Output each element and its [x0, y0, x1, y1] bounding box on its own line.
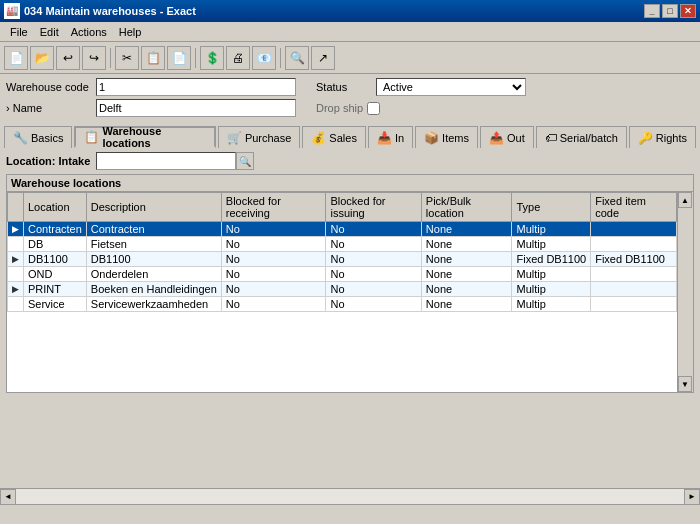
location-label: Location: Intake	[6, 155, 90, 167]
tab-in[interactable]: 📥 In	[368, 126, 413, 148]
toolbar-sep3	[280, 48, 281, 68]
tab-in-label: In	[395, 132, 404, 144]
warehouse-locations-group: Warehouse locations Location Description…	[6, 174, 694, 393]
warehouse-code-row: Warehouse code Status Active Inactive	[6, 78, 694, 96]
tab-basics-label: Basics	[31, 132, 63, 144]
scroll-right-button[interactable]: ►	[684, 489, 700, 505]
tabs-container: 🔧 Basics 📋 Warehouse locations 🛒 Purchas…	[0, 124, 700, 148]
items-icon: 📦	[424, 131, 439, 145]
warehouse-code-label: Warehouse code	[6, 81, 96, 93]
status-select[interactable]: Active Inactive	[376, 78, 526, 96]
col-blocked-issuing[interactable]: Blocked for issuing	[326, 193, 421, 222]
tab-items-label: Items	[442, 132, 469, 144]
toolbar-sep1	[110, 48, 111, 68]
name-label: › Name	[6, 102, 96, 114]
toolbar-search[interactable]: 🔍	[285, 46, 309, 70]
rights-icon: 🔑	[638, 131, 653, 145]
dropship-checkbox[interactable]	[367, 102, 380, 115]
tab-out-label: Out	[507, 132, 525, 144]
menu-help[interactable]: Help	[113, 24, 148, 40]
tab-purchase[interactable]: 🛒 Purchase	[218, 126, 300, 148]
toolbar-email[interactable]: 📧	[252, 46, 276, 70]
tab-locations-label: Warehouse locations	[102, 125, 205, 149]
tab-purchase-label: Purchase	[245, 132, 291, 144]
col-type[interactable]: Type	[512, 193, 591, 222]
dropship-label: Drop ship	[316, 102, 363, 114]
status-bar	[0, 504, 700, 524]
purchase-icon: 🛒	[227, 131, 242, 145]
status-label: Status	[316, 81, 376, 93]
horizontal-scrollbar[interactable]: ◄ ►	[0, 488, 700, 504]
toolbar-copy[interactable]: 📋	[141, 46, 165, 70]
menu-actions[interactable]: Actions	[65, 24, 113, 40]
menu-file[interactable]: File	[4, 24, 34, 40]
location-row: Location: Intake 🔍	[4, 152, 696, 170]
menu-edit[interactable]: Edit	[34, 24, 65, 40]
toolbar-cut[interactable]: ✂	[115, 46, 139, 70]
table-row[interactable]: ServiceServicewerkzaamhedenNoNoNoneMulti…	[8, 297, 677, 312]
toolbar-undo[interactable]: ↩	[56, 46, 80, 70]
title-bar: 🏭 034 Maintain warehouses - Exact _ □ ✕	[0, 0, 700, 22]
tab-rights-label: Rights	[656, 132, 687, 144]
scroll-track-h	[16, 489, 684, 504]
tab-serialbatch-label: Serial/batch	[560, 132, 618, 144]
table-row[interactable]: ▶DB1100DB1100NoNoNoneFixed DB1100Fixed D…	[8, 252, 677, 267]
tab-out[interactable]: 📤 Out	[480, 126, 534, 148]
name-input[interactable]	[96, 99, 296, 117]
scroll-down-button[interactable]: ▼	[678, 376, 692, 392]
col-location[interactable]: Location	[24, 193, 87, 222]
col-indicator	[8, 193, 24, 222]
locations-table: Location Description Blocked for receivi…	[7, 192, 677, 312]
vertical-scrollbar[interactable]: ▲ ▼	[677, 192, 693, 392]
table-row[interactable]: ONDOnderdelenNoNoNoneMultip	[8, 267, 677, 282]
basics-icon: 🔧	[13, 131, 28, 145]
toolbar-export[interactable]: ↗	[311, 46, 335, 70]
toolbar-currency[interactable]: 💲	[200, 46, 224, 70]
toolbar-open[interactable]: 📂	[30, 46, 54, 70]
serialbatch-icon: 🏷	[545, 131, 557, 145]
tab-items[interactable]: 📦 Items	[415, 126, 478, 148]
tab-basics[interactable]: 🔧 Basics	[4, 126, 72, 148]
tab-warehouse-locations[interactable]: 📋 Warehouse locations	[74, 126, 215, 148]
toolbar-paste[interactable]: 📄	[167, 46, 191, 70]
table-wrapper: Location Description Blocked for receivi…	[7, 192, 693, 392]
col-fixed-item[interactable]: Fixed item code	[591, 193, 677, 222]
tab-sales-label: Sales	[329, 132, 357, 144]
toolbar-sep2	[195, 48, 196, 68]
toolbar-new[interactable]: 📄	[4, 46, 28, 70]
form-area: Warehouse code Status Active Inactive › …	[0, 74, 700, 124]
table-header-row: Location Description Blocked for receivi…	[8, 193, 677, 222]
col-blocked-receiving[interactable]: Blocked for receiving	[221, 193, 326, 222]
tab-serialbatch[interactable]: 🏷 Serial/batch	[536, 126, 627, 148]
table-row[interactable]: ▶ContractenContractenNoNoNoneMultip	[8, 222, 677, 237]
in-icon: 📥	[377, 131, 392, 145]
table-row[interactable]: DBFietsenNoNoNoneMultip	[8, 237, 677, 252]
main-content: Location: Intake 🔍 Warehouse locations L…	[0, 148, 700, 474]
title-text: 034 Maintain warehouses - Exact	[24, 5, 196, 17]
minimize-button[interactable]: _	[644, 4, 660, 18]
out-icon: 📤	[489, 131, 504, 145]
name-row: › Name Drop ship	[6, 99, 694, 117]
scroll-left-button[interactable]: ◄	[0, 489, 16, 505]
title-controls: _ □ ✕	[644, 4, 696, 18]
toolbar-redo[interactable]: ↪	[82, 46, 106, 70]
location-search-button[interactable]: 🔍	[236, 152, 254, 170]
tab-rights[interactable]: 🔑 Rights	[629, 126, 696, 148]
toolbar-print[interactable]: 🖨	[226, 46, 250, 70]
col-description[interactable]: Description	[86, 193, 221, 222]
table-row[interactable]: ▶PRINTBoeken en HandleidingenNoNoNoneMul…	[8, 282, 677, 297]
col-pick-bulk[interactable]: Pick/Bulk location	[421, 193, 512, 222]
menu-bar: File Edit Actions Help	[0, 22, 700, 42]
scroll-up-button[interactable]: ▲	[678, 192, 692, 208]
maximize-button[interactable]: □	[662, 4, 678, 18]
sales-icon: 💰	[311, 131, 326, 145]
dropship-area: Drop ship	[316, 102, 380, 115]
warehouse-code-input[interactable]	[96, 78, 296, 96]
toolbar: 📄 📂 ↩ ↪ ✂ 📋 📄 💲 🖨 📧 🔍 ↗	[0, 42, 700, 74]
group-box-title: Warehouse locations	[7, 175, 693, 192]
app-icon: 🏭	[4, 3, 20, 19]
close-button[interactable]: ✕	[680, 4, 696, 18]
location-input[interactable]	[96, 152, 236, 170]
locations-icon: 📋	[84, 130, 99, 144]
tab-sales[interactable]: 💰 Sales	[302, 126, 366, 148]
